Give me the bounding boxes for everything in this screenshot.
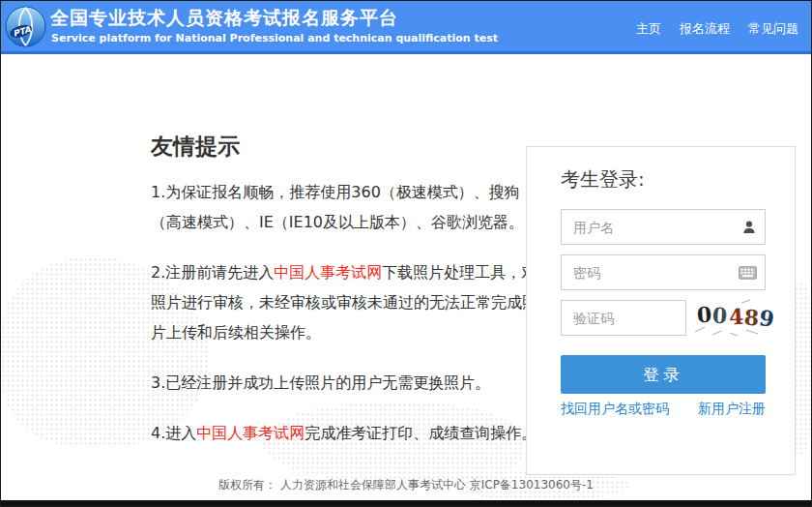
top-nav: 主页 报名流程 常见问题 xyxy=(636,20,798,38)
captcha-image[interactable]: 00489 xyxy=(693,297,776,338)
keyboard-icon xyxy=(739,266,757,280)
username-input[interactable] xyxy=(561,209,766,245)
login-links: 找回用户名或密码 新用户注册 xyxy=(561,401,766,418)
login-button[interactable]: 登录 xyxy=(561,355,766,394)
friendly-tips: 友情提示 1.为保证报名顺畅，推荐使用360（极速模式）、搜狗（高速模式）、IE… xyxy=(151,132,537,468)
login-title: 考生登录: xyxy=(561,166,645,193)
tip-paragraph-4: 4.进入中国人事考试网完成准考证打印、成绩查询操作。 xyxy=(151,418,537,448)
forgot-password-link[interactable]: 找回用户名或密码 xyxy=(561,401,669,418)
nav-process-link[interactable]: 报名流程 xyxy=(680,20,730,38)
copyright-text: 版权所有： 人力资源和社会保障部人事考试中心 京ICP备13013060号-1 xyxy=(1,477,811,493)
tip-paragraph-3: 3.已经注册并成功上传照片的用户无需更换照片。 xyxy=(151,368,537,398)
site-subtitle: Service platform for National Profession… xyxy=(51,32,498,45)
user-icon xyxy=(741,220,757,235)
tip-paragraph-1: 1.为保证报名顺畅，推荐使用360（极速模式）、搜狗（高速模式）、IE（IE10… xyxy=(151,177,537,237)
register-link[interactable]: 新用户注册 xyxy=(698,401,766,418)
captcha-field xyxy=(561,300,686,336)
cpta-site-link[interactable]: 中国人事考试网 xyxy=(274,263,382,282)
nav-faq-link[interactable]: 常见问题 xyxy=(748,20,798,38)
bottom-bar xyxy=(1,500,811,506)
tip-paragraph-2: 2.注册前请先进入中国人事考试网下载照片处理工具，对照片进行审核，未经审核或审核… xyxy=(151,257,537,347)
nav-home-link[interactable]: 主页 xyxy=(636,20,661,38)
password-field xyxy=(561,254,766,290)
password-input[interactable] xyxy=(561,254,766,290)
login-panel: 考生登录: xyxy=(526,146,796,475)
cpta-site-link[interactable]: 中国人事考试网 xyxy=(196,424,304,442)
page: PTA 全国专业技术人员资格考试报名服务平台 Service platform … xyxy=(0,0,812,507)
captcha-input[interactable] xyxy=(561,300,686,336)
pta-logo-icon: PTA xyxy=(5,6,46,47)
header: PTA 全国专业技术人员资格考试报名服务平台 Service platform … xyxy=(1,1,811,54)
captcha-digits: 00489 xyxy=(697,302,776,327)
site-title: 全国专业技术人员资格考试报名服务平台 xyxy=(50,6,398,31)
tips-title: 友情提示 xyxy=(151,132,537,162)
username-field xyxy=(561,209,766,245)
